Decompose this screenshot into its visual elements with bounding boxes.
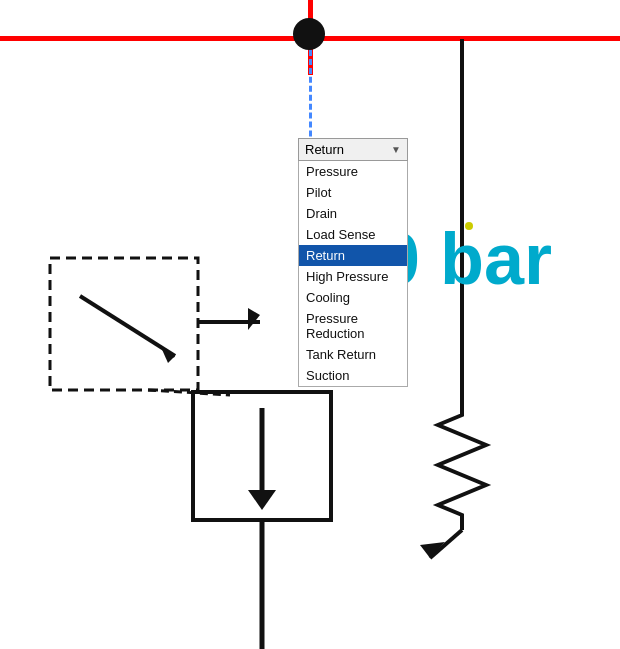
junction-circle [293,18,325,50]
line-type-dropdown[interactable]: Return ▼ Pressure Pilot Drain Load Sense… [298,138,408,387]
pressure-unit: bar [440,219,552,299]
dropdown-option-load-sense[interactable]: Load Sense [299,224,407,245]
dropdown-option-tank-return[interactable]: Tank Return [299,344,407,365]
svg-marker-10 [420,542,445,558]
dropdown-option-pressure-reduction[interactable]: Pressure Reduction [299,308,407,344]
dropdown-option-cooling[interactable]: Cooling [299,287,407,308]
svg-line-12 [148,390,230,395]
svg-marker-7 [248,490,276,510]
svg-line-2 [80,296,175,356]
dropdown-list: Pressure Pilot Drain Load Sense Return H… [298,161,408,387]
pressure-dot-indicator [465,222,473,230]
svg-marker-4 [248,308,260,330]
dropdown-option-drain[interactable]: Drain [299,203,407,224]
svg-marker-3 [160,345,175,363]
dropdown-selected-label: Return [305,142,344,157]
svg-rect-0 [50,258,198,390]
dropdown-option-high-pressure[interactable]: High Pressure [299,266,407,287]
svg-rect-5 [193,392,331,520]
dropdown-option-suction[interactable]: Suction [299,365,407,386]
dropdown-option-pressure[interactable]: Pressure [299,161,407,182]
dropdown-option-pilot[interactable]: Pilot [299,182,407,203]
dropdown-arrow-icon: ▼ [391,144,401,155]
svg-line-9 [430,530,462,558]
dropdown-option-return[interactable]: Return [299,245,407,266]
dropdown-header[interactable]: Return ▼ [298,138,408,161]
